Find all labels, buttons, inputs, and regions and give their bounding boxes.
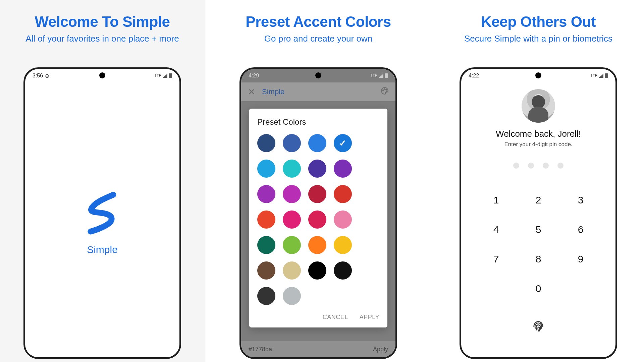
color-swatch[interactable] [308,210,326,229]
color-swatch[interactable] [257,236,275,254]
hex-value: #1778da [249,346,272,353]
svg-point-0 [383,90,384,91]
pin-instruction: Enter your 4-digit pin code. [504,141,572,148]
color-swatch[interactable] [257,210,275,229]
pin-dot [557,163,564,169]
subhead: All of your favorites in one place + mor… [25,34,179,44]
color-swatch[interactable] [283,134,301,152]
phone-camera-notch [99,72,105,78]
color-swatch[interactable] [283,185,301,203]
pin-dot [543,163,549,169]
dialog-title: Preset Colors [257,117,379,127]
network-label: LTE [371,73,377,78]
color-swatch[interactable] [334,210,352,229]
status-time: 3:56 [33,73,43,79]
subhead: Go pro and create your own [264,34,372,44]
cancel-button[interactable]: CANCEL [323,314,348,321]
color-swatch[interactable] [334,185,352,203]
appbar-title: Simple [262,87,284,96]
keypad-key-5[interactable]: 5 [518,215,558,244]
palette-icon[interactable] [381,87,389,97]
keypad-key-4[interactable]: 4 [476,215,516,244]
keypad-key-6[interactable]: 6 [560,215,601,244]
hex-footer: #1778da Apply [241,341,395,357]
phone-camera-notch [535,72,541,78]
close-icon[interactable]: ✕ [248,87,255,97]
signal-icon [163,74,167,78]
keypad-key-0[interactable]: 0 [518,274,558,303]
svg-point-1 [384,88,385,89]
apply-button[interactable]: APPLY [360,314,379,321]
signal-icon [599,74,603,78]
battery-icon [169,73,172,78]
keypad-key-2[interactable]: 2 [518,185,558,215]
color-swatch[interactable]: ✓ [334,134,352,152]
keypad-key-7[interactable]: 7 [476,244,516,274]
app-logo-icon [82,188,122,236]
phone-frame: 4:29 LTE ✕ Simple Preset Colors ✓ [239,67,397,359]
color-swatch[interactable] [283,210,301,229]
battery-icon [385,73,388,78]
app-bar: ✕ Simple [241,82,395,101]
color-swatch-grid: ✓ [257,134,379,305]
pin-keypad: 1234567890 [476,185,601,303]
keypad-spacer [476,274,516,303]
network-label: LTE [155,73,161,78]
color-swatch[interactable] [334,261,352,280]
color-swatch[interactable] [257,160,275,178]
color-swatch[interactable] [308,185,326,203]
color-swatch[interactable] [257,185,275,203]
promo-panel-security: Keep Others Out Secure Simple with a pin… [433,0,644,362]
splash-screen: Simple [25,82,179,359]
color-swatch[interactable] [334,236,352,254]
color-swatch[interactable] [283,261,301,280]
subhead: Secure Simple with a pin or biometrics [464,34,612,44]
svg-point-2 [386,89,387,90]
avatar [522,89,555,123]
status-time: 4:22 [469,73,479,79]
color-swatch[interactable] [283,287,301,305]
color-swatch[interactable] [308,236,326,254]
promo-panel-colors: Preset Accent Colors Go pro and create y… [207,0,429,362]
color-swatch[interactable] [257,287,275,305]
color-swatch[interactable] [283,160,301,178]
app-name-label: Simple [87,244,118,255]
pin-dot [528,163,534,169]
network-label: LTE [591,73,597,78]
welcome-back-label: Welcome back, Jorell! [496,129,581,139]
fingerprint-icon[interactable] [532,319,545,334]
color-swatch[interactable] [308,261,326,280]
color-swatch[interactable] [334,160,352,178]
phone-camera-notch [315,72,321,78]
phone-frame: 4:22 LTE Welcome back, Jorell! Enter you… [460,67,617,359]
color-swatch[interactable] [257,134,275,152]
promo-panel-welcome: Welcome To Simple All of your favorites … [0,0,205,362]
headline: Keep Others Out [481,13,596,30]
pin-dot [513,163,519,169]
phone-frame: 3:56 ⊝ LTE Simple [23,67,181,359]
keypad-key-3[interactable]: 3 [560,185,601,215]
status-time: 4:29 [249,73,259,79]
keypad-key-8[interactable]: 8 [518,244,558,274]
headline: Preset Accent Colors [246,13,391,30]
color-swatch[interactable] [257,261,275,280]
keypad-key-1[interactable]: 1 [476,185,516,215]
keypad-key-9[interactable]: 9 [560,244,601,274]
headline: Welcome To Simple [35,13,170,30]
footer-apply-button[interactable]: Apply [373,346,388,353]
signal-icon [379,74,383,78]
color-swatch[interactable] [308,160,326,178]
battery-icon [605,73,608,78]
alarm-icon: ⊝ [45,73,49,79]
color-swatch[interactable] [308,134,326,152]
keypad-spacer [560,274,601,303]
pin-screen: Welcome back, Jorell! Enter your 4-digit… [461,82,615,357]
color-swatch[interactable] [283,236,301,254]
pin-dots [513,163,564,169]
check-icon: ✓ [339,138,346,148]
preset-colors-dialog: Preset Colors ✓ CANCEL APPLY [249,109,387,327]
svg-point-3 [386,91,387,92]
